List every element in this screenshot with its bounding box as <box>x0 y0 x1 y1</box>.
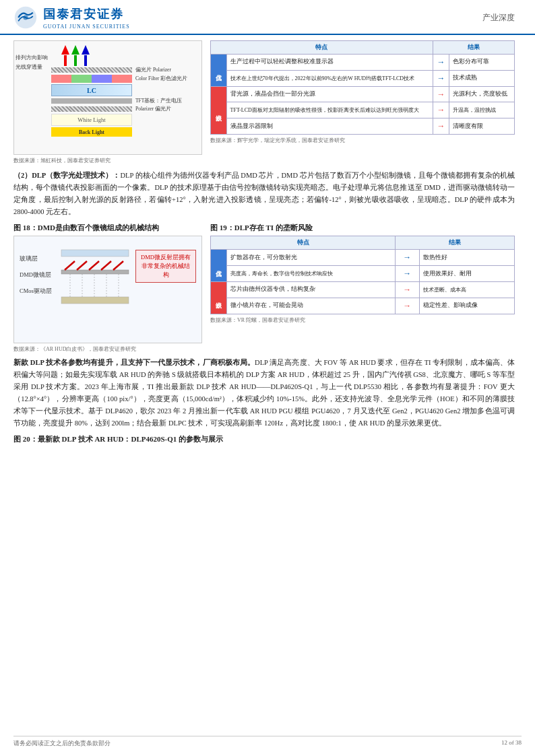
svg-line-7 <box>101 261 111 270</box>
white-light-row: White Light <box>51 114 199 126</box>
footer-disclaimer: 请务必阅读正文之后的免责条款部分 <box>13 739 111 748</box>
table-row: 技术在上世纪70年代提出，2022年以前90%左右的W HUD均搭载TFT-LC… <box>211 70 515 86</box>
table-row: 亮度高，寿命长，数字信号控制技术响应快 → 使用效果好、耐用 <box>211 266 515 282</box>
dlp-feature-cell: 亮度高，寿命长，数字信号控制技术响应快 <box>226 266 396 282</box>
logo-en: GUOTAI JUNAN SECURITIES <box>43 24 130 30</box>
result-cell: 技术成熟 <box>449 70 515 86</box>
lcd-diagram: 排列方向影响 光线穿透量 <box>13 40 202 164</box>
table-row: 优点 扩散器存在，可分散射光 → 散热性好 <box>211 250 515 266</box>
dlp-arrow: → <box>396 298 419 314</box>
table-row: 缺点 背光源，液晶会挡住一部分光源 → 光源利大，亮度较低 <box>211 86 515 102</box>
feature-cell: 液晶显示器限制 <box>226 118 433 135</box>
dmd-layer-labels: 玻璃层 DMD微镜层 CMos驱动层 <box>20 251 52 299</box>
body-paragraph-text: DLP 满足高亮度、大 FOV 等 AR HUD 要求，但存在 TI 专利限制，… <box>13 359 515 426</box>
dlp-result-cell: 散热性好 <box>419 250 514 266</box>
logo-text-group: 国泰君安证券 GUOTAI JUNAN SECURITIES <box>43 6 130 30</box>
arrow-cell: → <box>433 118 449 135</box>
company-logo-icon <box>13 5 38 30</box>
color-arrows <box>61 45 90 66</box>
feature-cell: TFT-LCD面板对太阳辐射的吸收性很强，投影距离变长后难以达到旺光强弱度大 <box>226 102 433 118</box>
result-cell: 清晰度有限 <box>449 118 515 135</box>
tft-row: TFT基板：产生电压 <box>51 98 199 104</box>
result-cell: 色彩分布可靠 <box>449 55 515 71</box>
fig20-title: 图 20：最新款 DLP 技术 AR HUD：DLP4620S-Q1 的参数与展… <box>13 434 515 444</box>
svg-rect-2 <box>61 250 129 256</box>
dlp-table: 特点 结果 优点 扩散器存在，可分散射光 → 散热性好 亮度高，寿命长，数字信号… <box>210 236 515 314</box>
polarizer1-label: 偏光片 Polarizer <box>135 67 171 73</box>
table-row: 优点 生产过程中可以轻松调整和校准显示器 → 色彩分布可靠 <box>211 55 515 71</box>
transmittance-label: 光线穿透量 <box>15 63 48 72</box>
lcd-source: 数据来源：旭虹科技，国泰君安证券研究 <box>13 157 202 164</box>
back-light-row: Back Light <box>51 127 199 137</box>
arrow-cell: → <box>433 70 449 86</box>
lcd-image-area: 排列方向影响 光线穿透量 <box>13 40 202 155</box>
svg-rect-3 <box>61 270 129 274</box>
color-filter-row: Color Filter 彩色滤光片 <box>51 75 199 83</box>
feature-cell: 生产过程中可以轻松调整和校准显示器 <box>226 55 433 71</box>
fig19-title: 图 19：DLP存在 TI 的垄断风险 <box>210 223 515 233</box>
col-result: 结果 <box>433 41 514 55</box>
page-footer: 请务必阅读正文之后的免责条款部分 12 of 38 <box>13 736 522 748</box>
feature-cell: 背光源，液晶会挡住一部分光源 <box>226 86 433 102</box>
left-labels: 排列方向影响 光线穿透量 <box>15 53 48 71</box>
tft-label: TFT基板：产生电压 <box>135 98 182 104</box>
result-cell: 光源利大，亮度较低 <box>449 86 515 102</box>
arrange-label: 排列方向影响 <box>15 53 48 63</box>
fig19-source: 数据来源：VR 陀螺，国泰君安证券研究 <box>210 316 515 324</box>
svg-rect-9 <box>61 297 129 304</box>
logo-cn: 国泰君安证券 <box>43 6 130 22</box>
arrow-cell: → <box>433 86 449 102</box>
table-row: 缺点 芯片由德州仪器专供，结构复杂 → 技术垄断、成本高 <box>211 281 515 298</box>
result-cell: 升温高，温控挑战 <box>449 102 515 118</box>
glass-label: 玻璃层 <box>20 251 52 267</box>
dlp-advantage-tag: 优点 <box>211 250 227 282</box>
svg-line-6 <box>89 261 99 270</box>
header-tag: 产业深度 <box>482 12 515 24</box>
dlp-col-feature: 特点 <box>211 236 396 250</box>
dlp-feature-cell: 芯片由德州仪器专供，结构复杂 <box>226 281 396 298</box>
polarizer1-row: 偏光片 Polarizer <box>51 67 199 73</box>
col-feature: 特点 <box>211 41 433 55</box>
color-filter-label: Color Filter 彩色滤光片 <box>135 75 187 82</box>
top-section: 排列方向影响 光线穿透量 <box>13 40 515 164</box>
mid-section: 图 18：DMD是由数百个微镜组成的机械结构 玻璃层 DMD微镜层 CMos驱动… <box>13 223 515 353</box>
svg-line-8 <box>113 261 123 270</box>
arrow-cell: → <box>433 102 449 118</box>
svg-line-4 <box>65 261 75 270</box>
dmd-annotation: DMD微反射层拥有非常复杂的机械结构 <box>135 250 196 282</box>
cmos-label: CMos驱动层 <box>20 283 52 300</box>
feature-cell: 技术在上世纪70年代提出，2022年以前90%左右的W HUD均搭载TFT-LC… <box>226 70 433 86</box>
lcd-layers-stack: 偏光片 Polarizer Color Filter 彩色滤光片 <box>51 67 199 138</box>
logo-area: 国泰君安证券 GUOTAI JUNAN SECURITIES <box>13 5 130 30</box>
body-paragraph: 新款 DLP 技术各参数均有提升，且支持下一代显示技术，厂商积极布局。DLP 满… <box>13 357 515 429</box>
arrow-cell: → <box>433 55 449 71</box>
page-header: 国泰君安证券 GUOTAI JUNAN SECURITIES 产业深度 <box>0 0 535 35</box>
dlp-disadvantage-tag: 缺点 <box>211 281 227 314</box>
fig18-section: 图 18：DMD是由数百个微镜组成的机械结构 玻璃层 DMD微镜层 CMos驱动… <box>13 223 202 353</box>
fig18-title: 图 18：DMD是由数百个微镜组成的机械结构 <box>13 223 202 233</box>
dmd-layer-label: DMD微镜层 <box>20 267 52 283</box>
dlp-arrow: → <box>396 266 419 282</box>
dmd-diagram: 玻璃层 DMD微镜层 CMos驱动层 <box>13 236 202 343</box>
lc-row: LC <box>51 84 199 96</box>
dlp-arrow: → <box>396 250 419 266</box>
dlp-col-result: 结果 <box>396 236 515 250</box>
table-row: 微小镜片存在，可能会晃动 → 稳定性差、影响成像 <box>211 298 515 314</box>
polarizer2-row: Polarizer 偏光片 <box>51 106 199 112</box>
table-row: TFT-LCD面板对太阳辐射的吸收性很强，投影距离变长后难以达到旺光强弱度大 →… <box>211 102 515 118</box>
table-row: 液晶显示器限制 → 清晰度有限 <box>211 118 515 135</box>
dlp-result-cell: 技术垄断、成本高 <box>419 281 514 298</box>
footer-page: 12 of 38 <box>501 739 522 748</box>
fig18-source: 数据来源：《AR HUD白皮书》，国泰君安证券研究 <box>13 345 202 353</box>
svg-point-1 <box>23 15 28 20</box>
back-light-label: Back Light <box>51 127 132 137</box>
dlp-intro-text: （2）DLP（数字光处理技术）：DLP 的核心组件为德州仪器专利产品 DMD 芯… <box>13 170 515 217</box>
fig19-section: 图 19：DLP存在 TI 的垄断风险 特点 结果 优点 扩散器存在，可分散射光… <box>210 223 515 353</box>
dlp-arrow: → <box>396 281 419 298</box>
dlp-feature-cell: 扩散器存在，可分散射光 <box>226 250 396 266</box>
dlp-feature-cell: 微小镜片存在，可能会晃动 <box>226 298 396 314</box>
advantage-tag: 优点 <box>211 55 227 87</box>
dlp-result-cell: 稳定性差、影响成像 <box>419 298 514 314</box>
body-intro-bold: 新款 DLP 技术各参数均有提升，且支持下一代显示技术，厂商积极布局。 <box>13 359 255 366</box>
feature-table-source: 数据来源：辉宇光学，瑞淀光学系统，国泰君安证券研究 <box>210 137 515 144</box>
